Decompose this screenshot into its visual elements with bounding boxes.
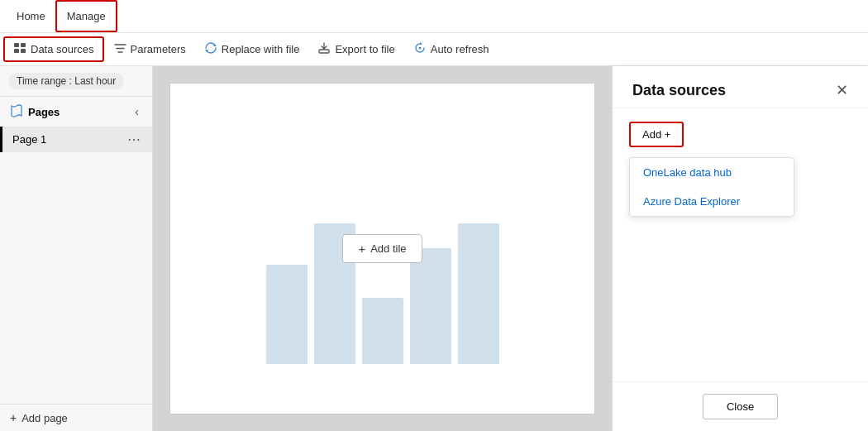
page1-label: Page 1 [12,133,46,146]
canvas-area: + Add tile [153,66,612,431]
autorefresh-button[interactable]: Auto refresh [405,38,498,60]
onelake-item[interactable]: OneLake data hub [630,158,794,187]
svg-rect-3 [21,49,26,53]
time-range-pill[interactable]: Time range : Last hour [8,73,124,89]
datasource-dropdown: OneLake data hub Azure Data Explorer [629,157,794,217]
nav-home[interactable]: Home [7,0,55,32]
chart-bar-5 [458,223,499,364]
chart-bar-3 [362,298,403,364]
add-tile-plus-icon: + [358,242,365,256]
parameters-label: Parameters [131,43,186,55]
toolbar: Data sources Parameters Replace with fil… [0,33,868,66]
datasources-button[interactable]: Data sources [3,36,104,62]
add-tile-label: Add tile [370,242,406,255]
chart-bar-4 [410,248,451,364]
add-datasource-button[interactable]: Add + [629,122,684,147]
filter-icon [114,42,126,57]
azure-explorer-item[interactable]: Azure Data Explorer [630,187,794,216]
nav-manage[interactable]: Manage [55,0,117,32]
datasource-icon [13,41,26,57]
canvas-inner: + Add tile [169,83,595,414]
replace-icon [204,41,217,57]
collapse-pages-button[interactable]: ‹ [131,103,142,120]
replace-button[interactable]: Replace with file [196,38,308,60]
page-options-button[interactable]: ⋯ [126,132,142,147]
pages-icon [10,104,23,120]
export-icon [317,41,331,57]
close-panel-button[interactable]: Close [703,394,778,419]
svg-rect-6 [319,50,329,53]
panel-title: Data sources [632,82,726,99]
pages-header: Pages ‹ [0,97,152,127]
export-button[interactable]: Export to file [309,38,403,60]
add-page-label: Add page [21,412,68,424]
autorefresh-label: Auto refresh [431,43,489,55]
export-label: Export to file [335,43,394,55]
parameters-button[interactable]: Parameters [106,39,194,60]
datasources-label: Data sources [31,43,94,55]
pages-title: Pages [28,106,60,118]
refresh-icon [413,41,427,57]
svg-rect-2 [14,49,19,53]
page-item[interactable]: Page 1 ⋯ [0,127,152,152]
main-layout: Time range : Last hour Pages ‹ Page 1 ⋯ … [0,66,868,431]
add-datasource-label: Add + [642,128,670,141]
svg-point-7 [418,47,421,50]
chart-bar-1 [266,265,308,364]
panel-close-button[interactable]: ✕ [832,81,851,99]
panel-header: Data sources ✕ [613,66,868,108]
panel-body: Add + OneLake data hub Azure Data Explor… [613,108,868,381]
add-tile-button[interactable]: + Add tile [342,234,422,263]
pages-header-left: Pages [10,104,60,120]
add-page-button[interactable]: + Add page [0,404,152,431]
top-nav: Home Manage [0,0,868,33]
time-range-label: Time range : Last hour [17,75,116,87]
data-sources-panel: Data sources ✕ Add + OneLake data hub Az… [612,66,868,431]
replace-label: Replace with file [222,43,300,55]
svg-rect-0 [14,43,19,47]
time-range-bar: Time range : Last hour [0,66,152,97]
sidebar: Time range : Last hour Pages ‹ Page 1 ⋯ … [0,66,153,431]
add-page-plus-icon: + [10,411,17,424]
panel-footer: Close [613,381,868,431]
svg-rect-1 [21,43,26,47]
